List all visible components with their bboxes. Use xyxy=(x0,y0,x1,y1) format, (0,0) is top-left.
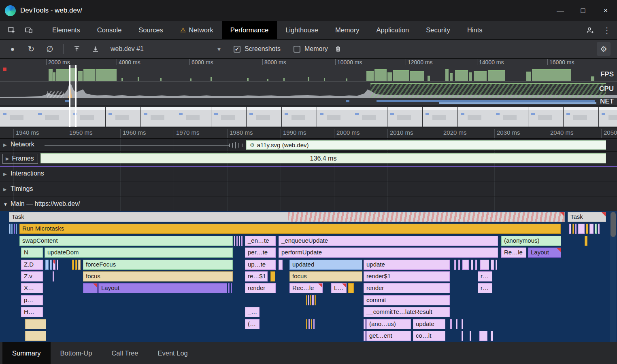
tab-performance[interactable]: Performance xyxy=(222,21,277,39)
chevron-right-icon[interactable]: ▶ xyxy=(3,171,6,177)
flame-bar[interactable] xyxy=(595,224,597,234)
flame-bar[interactable] xyxy=(308,295,309,305)
flame-bar[interactable] xyxy=(234,236,235,246)
tab-application[interactable]: Application xyxy=(368,21,418,39)
flame-bar-p[interactable]: p… xyxy=(21,295,43,305)
timeline-overview[interactable]: 2000 ms4000 ms6000 ms8000 ms10000 ms1200… xyxy=(0,59,617,127)
flame-bar-layout[interactable]: Layout xyxy=(98,283,227,293)
flame-bar-[interactable]: (… xyxy=(245,319,260,329)
flame-bar[interactable] xyxy=(470,331,471,341)
flame-bar-up-te[interactable]: up…te xyxy=(245,260,276,270)
settings-gear-icon[interactable]: ⚙ xyxy=(597,42,611,56)
clear-recording-button[interactable]: ∅ xyxy=(41,42,58,56)
flame-bar-h[interactable]: H… xyxy=(21,307,43,317)
filmstrip-thumbnail[interactable] xyxy=(423,107,457,127)
flame-bar-z-d[interactable]: Z.D xyxy=(21,260,43,270)
filmstrip-thumbnail[interactable] xyxy=(352,107,387,127)
more-menu-icon[interactable]: ⋮ xyxy=(598,25,615,35)
filmstrip-thumbnail[interactable] xyxy=(0,107,35,127)
flame-bar[interactable] xyxy=(308,319,310,329)
flame-bar[interactable] xyxy=(25,319,46,329)
frames-track[interactable]: ▶ Frames 136.4 ms xyxy=(0,152,617,167)
flame-bar[interactable] xyxy=(572,224,574,234)
flame-bar[interactable] xyxy=(578,224,585,234)
chevron-right-icon[interactable]: ▶ xyxy=(6,156,9,161)
flame-bar[interactable] xyxy=(471,260,473,270)
flame-bar[interactable] xyxy=(306,295,307,305)
filmstrip-thumbnail[interactable] xyxy=(317,107,352,127)
tab-lighthouse[interactable]: Lighthouse xyxy=(277,21,327,39)
flame-bar[interactable] xyxy=(53,271,54,281)
bottom-tab-call-tree[interactable]: Call Tree xyxy=(102,342,148,364)
flame-bar[interactable] xyxy=(72,260,74,270)
filmstrip-thumbnail[interactable] xyxy=(106,107,140,127)
profile-select[interactable]: web.dev #1 ▾ xyxy=(111,45,221,53)
flame-bar[interactable] xyxy=(231,283,232,293)
flame-bar[interactable] xyxy=(315,295,316,305)
flame-bar-z-v[interactable]: Z.v xyxy=(21,271,43,281)
flame-bar[interactable] xyxy=(78,260,81,270)
flame-bar[interactable] xyxy=(586,224,588,234)
flame-bar-performupdate[interactable]: performUpdate xyxy=(279,248,498,258)
overview-selection-window[interactable] xyxy=(69,65,77,127)
filmstrip-thumbnail[interactable] xyxy=(176,107,211,127)
flame-bar[interactable] xyxy=(241,236,243,246)
reload-and-record-button[interactable]: ↻ xyxy=(23,42,40,56)
flame-bar-re-le[interactable]: Re…le xyxy=(501,248,526,258)
flame-bar-[interactable]: _… xyxy=(245,307,260,317)
flame-bar-enqueueupdate[interactable]: _enqueueUpdate xyxy=(279,236,498,246)
flame-bar-forcefocus[interactable]: forceFocus xyxy=(83,260,233,270)
flame-bar[interactable] xyxy=(313,319,315,329)
flame-bar-update[interactable]: update xyxy=(364,260,450,270)
load-profile-button[interactable] xyxy=(68,42,85,56)
tab-sources[interactable]: Sources xyxy=(130,21,172,39)
flame-bar[interactable] xyxy=(364,331,366,341)
flame-bar[interactable] xyxy=(450,319,452,329)
flame-bar[interactable] xyxy=(598,224,600,234)
flame-bar[interactable] xyxy=(491,260,494,270)
filmstrip-thumbnail[interactable] xyxy=(35,107,70,127)
close-button[interactable]: × xyxy=(594,0,617,21)
inspect-icon[interactable] xyxy=(3,21,20,39)
flame-bar[interactable] xyxy=(475,260,477,270)
trash-icon[interactable] xyxy=(330,42,347,56)
flame-bar[interactable] xyxy=(279,260,283,270)
maximize-button[interactable]: □ xyxy=(572,0,594,21)
flame-bar[interactable] xyxy=(456,319,457,329)
flame-bar[interactable] xyxy=(480,260,489,270)
filmstrip-thumbnail[interactable] xyxy=(247,107,281,127)
network-track[interactable]: ▶ Network ⚙ a11y.svg (web.dev) xyxy=(0,139,617,152)
flame-bar[interactable] xyxy=(348,283,354,293)
flame-bar-updatedom[interactable]: updateDom xyxy=(45,248,233,258)
flame-bar-render[interactable]: render xyxy=(364,283,450,293)
flame-bar[interactable] xyxy=(589,224,594,234)
flame-bar[interactable] xyxy=(364,319,366,329)
flame-bar[interactable] xyxy=(569,224,571,234)
flame-bar[interactable] xyxy=(50,260,52,270)
flame-bar[interactable] xyxy=(45,260,49,270)
flame-bar[interactable] xyxy=(57,260,58,270)
screenshots-checkbox[interactable]: ✓ xyxy=(234,46,240,53)
flame-bar-commit[interactable]: commit xyxy=(364,295,450,305)
flame-bar-per-te[interactable]: per…te xyxy=(245,248,276,258)
memory-checkbox[interactable]: ✓ xyxy=(294,46,300,53)
main-flame-chart[interactable]: TaskTaskRun MicrotasksswapContent_en…te_… xyxy=(0,211,617,342)
record-button[interactable]: ● xyxy=(4,42,21,56)
tab-network[interactable]: ⚠Network xyxy=(172,21,222,39)
flame-bar[interactable] xyxy=(83,283,98,293)
interactions-track[interactable]: ▶ Interactions xyxy=(0,167,617,182)
flame-bar[interactable] xyxy=(16,224,17,234)
memory-toggle[interactable]: ✓ Memory xyxy=(294,45,328,53)
flame-bar[interactable] xyxy=(496,260,497,270)
flame-bar[interactable] xyxy=(306,319,307,329)
filmstrip-thumbnail[interactable] xyxy=(387,107,422,127)
flame-bar-ano-us[interactable]: (ano…us) xyxy=(366,319,411,329)
filmstrip-thumbnail[interactable] xyxy=(141,107,176,127)
flame-bar[interactable] xyxy=(491,331,493,341)
flame-bar[interactable] xyxy=(458,260,460,270)
flame-bar-anonymous[interactable]: (anonymous) xyxy=(501,236,561,246)
flame-bar-run-microtasks[interactable]: Run Microtasks xyxy=(19,224,561,234)
flame-bar-committe-lateresult[interactable]: __commitTe…lateResult xyxy=(364,307,450,317)
device-toolbar-icon[interactable] xyxy=(20,21,37,39)
save-profile-button[interactable] xyxy=(87,42,104,56)
